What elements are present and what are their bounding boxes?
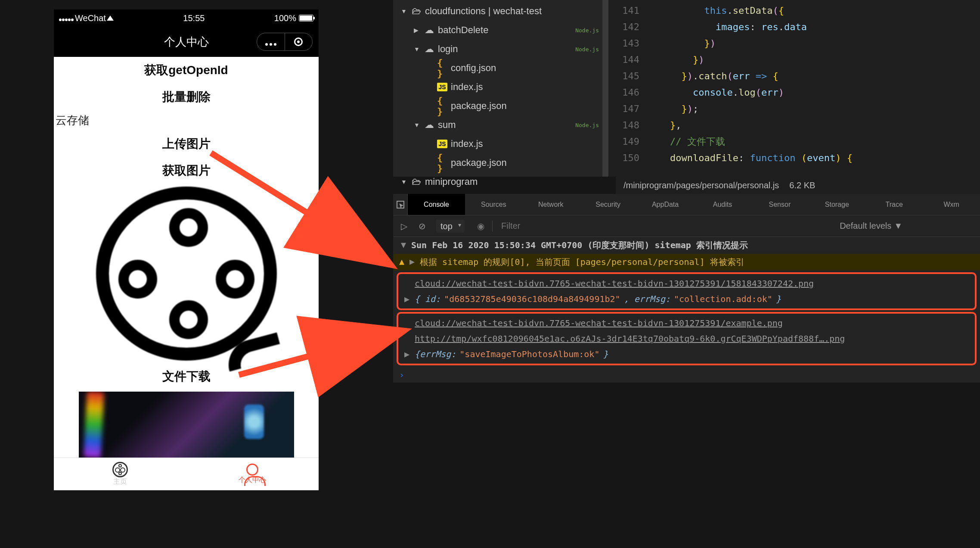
cloud-icon: ☁ (424, 25, 434, 36)
live-expression-icon[interactable]: ◉ (474, 220, 487, 233)
folder-miniprogram[interactable]: ▼🗁 miniprogram (393, 172, 608, 191)
tab-home-label: 主页 (113, 477, 127, 486)
tab-home[interactable]: 主页 (54, 458, 186, 490)
miniprogram-capsule[interactable] (257, 33, 313, 51)
signal-dots-icon (59, 13, 74, 23)
expand-toggle-icon[interactable]: ▶ (408, 256, 416, 267)
editor-statusbar: /miniprogram/pages/personal/personal.js … (616, 177, 980, 194)
console-output[interactable]: ▼ Sun Feb 16 2020 15:50:34 GMT+0700 (印度支… (393, 237, 980, 383)
folder-login[interactable]: ▼☁ login Node.js (393, 40, 608, 59)
warning-icon: ▲ (399, 256, 404, 267)
folder-cloudfunctions[interactable]: ▼🗁 cloudfunctions | wechat-test (393, 2, 608, 21)
tab-sensor[interactable]: Sensor (751, 194, 808, 215)
highlighted-upload-log: cloud://wechat-test-bidvn.7765-wechat-te… (397, 272, 977, 310)
tab-personal[interactable]: 个人中心 (186, 458, 319, 490)
file-size: 6.2 KB (789, 181, 815, 190)
context-selector[interactable]: top (436, 220, 465, 233)
capsule-menu-icon[interactable] (257, 33, 285, 50)
folder-batchdelete[interactable]: ▶☁ batchDelete Node.js (393, 21, 608, 40)
folder-label: batchDelete (438, 25, 488, 36)
downloaded-image (79, 392, 294, 458)
nodejs-badge: Node.js (575, 46, 599, 53)
json-icon: { } (437, 95, 447, 117)
log-cloud-url[interactable]: cloud://wechat-test-bidvn.7765-wechat-te… (402, 276, 971, 291)
folder-open-icon: 🗁 (411, 176, 422, 187)
nodejs-badge: Node.js (575, 27, 599, 34)
tab-trace[interactable]: Trace (865, 194, 923, 215)
log-warning-sitemap[interactable]: ▲ ▶ 根据 sitemap 的规则[0], 当前页面 [pages/perso… (393, 254, 980, 271)
battery-icon (299, 15, 313, 22)
file-path: /miniprogram/pages/personal/personal.js (623, 181, 779, 190)
code-editor[interactable]: 141142143144145146147148149150 this.setD… (608, 0, 980, 177)
console-prompt-icon[interactable]: › (393, 367, 980, 383)
expand-toggle-icon[interactable]: ▶ (403, 349, 411, 359)
log-save-image[interactable]: ▶ {errMsg: "saveImageToPhotosAlbum:ok"} (402, 346, 971, 362)
tab-network[interactable]: Network (522, 194, 580, 215)
js-icon: JS (437, 83, 447, 91)
file-sum-package-json[interactable]: { }package.json (393, 153, 608, 172)
folder-label: login (438, 44, 458, 55)
get-openid-button[interactable]: 获取getOpenId (54, 57, 319, 84)
home-icon (112, 462, 128, 477)
devtools-panel: Console Sources Network Security AppData… (393, 194, 980, 383)
folder-label: sum (438, 119, 456, 131)
line-gutter: 141142143144145146147148149150 (608, 3, 647, 177)
file-config-json[interactable]: { }config.json (393, 59, 608, 78)
filter-input[interactable] (498, 219, 610, 233)
batch-delete-button[interactable]: 批量删除 (54, 84, 319, 110)
console-toolbar: ▷ ⊘ top ◉ Default levels▼ (393, 215, 980, 237)
capsule-close-icon[interactable] (285, 33, 313, 50)
tab-sources[interactable]: Sources (465, 194, 522, 215)
fetch-image-button[interactable]: 获取图片 (54, 157, 319, 184)
log-collection-add[interactable]: ▶ { id: "d68532785e49036c108d94a8494991b… (402, 291, 971, 307)
carrier-label: WeChat (75, 13, 106, 23)
folder-open-icon: 🗁 (411, 6, 422, 17)
tab-wxm[interactable]: Wxm (923, 194, 980, 215)
film-reel-icon (96, 187, 277, 361)
phone-simulator: WeChat 15:55 100% 个人中心 获取getOpenId 批量删除 … (54, 9, 319, 490)
page-title: 个人中心 (164, 34, 209, 50)
js-icon: JS (437, 140, 447, 148)
log-tmp-url[interactable]: http://tmp/wxfc0812096045e1ac.o6zAJs-3dr… (402, 331, 971, 346)
highlighted-download-log: cloud://wechat-test-bidvn.7765-wechat-te… (397, 312, 977, 365)
log-cloud-example-url[interactable]: cloud://wechat-test-bidvn.7765-wechat-te… (402, 315, 971, 331)
code-lines: this.setData({ images: res.data }) }) })… (647, 3, 853, 177)
tabbar: 主页 个人中心 (54, 458, 319, 490)
status-time: 15:55 (183, 13, 205, 23)
log-levels-dropdown[interactable]: Default levels▼ (840, 221, 902, 231)
wifi-icon (107, 16, 114, 21)
file-explorer[interactable]: ▼🗁 cloudfunctions | wechat-test ▶☁ batch… (393, 0, 608, 177)
tab-storage[interactable]: Storage (808, 194, 865, 215)
devtools-tabs: Console Sources Network Security AppData… (393, 194, 980, 215)
file-sum-index-js[interactable]: JSindex.js (393, 134, 608, 153)
download-file-button[interactable]: 文件下载 (54, 363, 319, 390)
phone-titlebar: 个人中心 (54, 27, 319, 57)
cloud-icon: ☁ (424, 44, 434, 55)
tab-console[interactable]: Console (408, 194, 465, 215)
folder-label: miniprogram (425, 176, 478, 187)
battery-percent: 100% (274, 13, 296, 23)
cloud-icon: ☁ (424, 119, 434, 131)
tab-appdata[interactable]: AppData (637, 194, 694, 215)
play-icon[interactable]: ▷ (397, 220, 410, 233)
expand-toggle-icon[interactable]: ▶ (403, 294, 411, 304)
tab-audits[interactable]: Audits (694, 194, 751, 215)
inspect-element-icon[interactable] (393, 194, 408, 215)
expand-toggle-icon[interactable]: ▼ (399, 240, 408, 250)
ide-panel: ▼🗁 cloudfunctions | wechat-test ▶☁ batch… (393, 0, 980, 177)
folder-label: cloudfunctions | wechat-test (425, 6, 542, 17)
phone-body: 获取getOpenId 批量删除 云存储 上传图片 获取图片 文件下载 (54, 57, 319, 458)
log-sitemap-header[interactable]: ▼ Sun Feb 16 2020 15:50:34 GMT+0700 (印度支… (393, 237, 980, 254)
phone-statusbar: WeChat 15:55 100% (54, 9, 319, 27)
user-icon (246, 464, 258, 476)
folder-sum[interactable]: ▼☁ sum Node.js (393, 115, 608, 134)
tab-security[interactable]: Security (580, 194, 637, 215)
nodejs-badge: Node.js (575, 122, 599, 128)
cloud-storage-label: 云存储 (54, 110, 319, 131)
file-index-js[interactable]: JSindex.js (393, 78, 608, 97)
file-package-json[interactable]: { }package.json (393, 97, 608, 115)
upload-image-button[interactable]: 上传图片 (54, 131, 319, 157)
clear-console-icon[interactable]: ⊘ (416, 220, 428, 233)
json-icon: { } (437, 57, 447, 79)
json-icon: { } (437, 152, 447, 174)
